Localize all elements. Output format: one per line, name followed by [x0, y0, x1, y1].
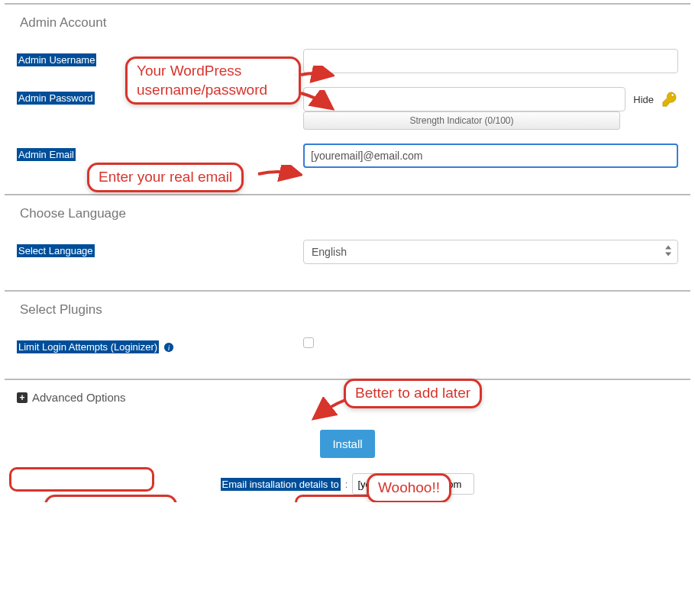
admin-username-input[interactable] — [303, 49, 678, 73]
section-title-admin: Admin Account — [20, 15, 690, 31]
info-icon[interactable]: i — [163, 342, 174, 353]
section-title-language: Choose Language — [20, 206, 690, 221]
hide-password-link[interactable]: Hide — [633, 94, 654, 105]
install-button[interactable]: Install — [320, 430, 374, 458]
email-details-label: Email installation details to — [221, 478, 341, 491]
limit-login-label: Limit Login Attempts (Loginizer) — [17, 340, 159, 353]
email-details-input[interactable] — [352, 473, 474, 495]
advanced-options-label: Advanced Options — [32, 391, 126, 404]
admin-email-input[interactable] — [303, 144, 678, 168]
admin-username-label: Admin Username — [17, 53, 96, 66]
admin-email-label: Admin Email — [17, 148, 76, 161]
plus-icon: + — [17, 392, 27, 403]
admin-password-label: Admin Password — [17, 92, 95, 105]
key-icon — [661, 91, 678, 108]
password-strength-indicator: Strength Indicator (0/100) — [303, 111, 620, 130]
section-title-plugins: Select Plugins — [20, 302, 690, 318]
advanced-options-toggle[interactable]: + Advanced Options — [17, 391, 126, 404]
select-language-dropdown[interactable]: English — [303, 240, 678, 264]
limit-login-checkbox[interactable] — [303, 337, 314, 348]
svg-text:i: i — [168, 343, 170, 352]
select-language-label: Select Language — [17, 244, 95, 257]
annotation-defaults: Defaults are fine. — [44, 495, 177, 502]
